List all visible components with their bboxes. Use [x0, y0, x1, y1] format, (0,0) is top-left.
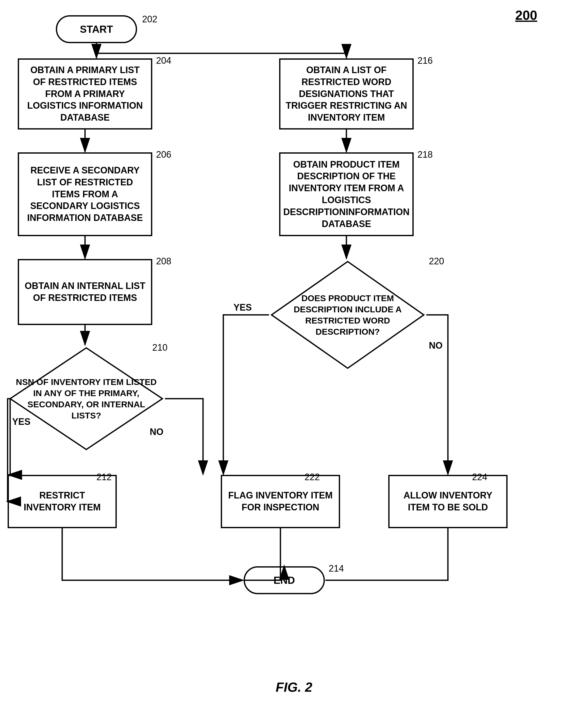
box-212-label: RESTRICT INVENTORY ITEM — [14, 490, 111, 514]
ref-208: 208 — [156, 256, 171, 267]
diagram-container: 200 START 202 OBTAIN A PRIMARY LIST OF R… — [0, 0, 588, 710]
end-node: END — [244, 566, 325, 594]
box-216-label: OBTAIN A LIST OF RESTRICTED WORD DESIGNA… — [286, 64, 407, 124]
end-label: END — [274, 575, 295, 586]
ref-216: 216 — [417, 55, 433, 66]
ref-206: 206 — [156, 149, 171, 160]
yes-label-220: YES — [234, 302, 252, 313]
box-224: ALLOW INVENTORY ITEM TO BE SOLD — [388, 475, 508, 528]
ref-212: 212 — [96, 472, 112, 482]
box-208: OBTAIN AN INTERNAL LIST OF RESTRICTED IT… — [18, 259, 152, 325]
box-222-label: FLAG INVENTORY ITEM FOR INSPECTION — [227, 490, 334, 514]
diamond-220-label: DOES PRODUCT ITEM DESCRIPTION INCLUDE A … — [269, 290, 426, 340]
box-204-label: OBTAIN A PRIMARY LIST OF RESTRICTED ITEM… — [24, 64, 146, 124]
box-206-label: RECEIVE A SECONDARY LIST OF RESTRICTED I… — [24, 165, 146, 224]
ref-214: 214 — [329, 563, 344, 574]
box-212: RESTRICT INVENTORY ITEM — [8, 475, 117, 528]
ref-220: 220 — [429, 256, 444, 267]
start-node: START — [56, 15, 137, 43]
ref-210: 210 — [152, 342, 168, 353]
diagram-title: 200 — [515, 8, 537, 23]
box-206: RECEIVE A SECONDARY LIST OF RESTRICTED I… — [18, 152, 152, 236]
box-204: OBTAIN A PRIMARY LIST OF RESTRICTED ITEM… — [18, 58, 152, 129]
box-222: FLAG INVENTORY ITEM FOR INSPECTION — [221, 475, 340, 528]
box-224-label: ALLOW INVENTORY ITEM TO BE SOLD — [395, 490, 501, 514]
fig-label: FIG. 2 — [276, 680, 312, 695]
box-218: OBTAIN PRODUCT ITEM DESCRIPTION OF THE I… — [279, 152, 414, 236]
no-label-210: NO — [150, 427, 164, 437]
box-218-label: OBTAIN PRODUCT ITEM DESCRIPTION OF THE I… — [283, 159, 409, 230]
box-216: OBTAIN A LIST OF RESTRICTED WORD DESIGNA… — [279, 58, 414, 129]
ref-202: 202 — [142, 14, 157, 25]
diamond-210: NSN OF INVENTORY ITEM LISTED IN ANY OF T… — [8, 345, 165, 452]
ref-204: 204 — [156, 55, 171, 66]
diamond-220: DOES PRODUCT ITEM DESCRIPTION INCLUDE A … — [269, 259, 426, 371]
start-label: START — [80, 24, 113, 35]
ref-224: 224 — [472, 472, 487, 482]
diamond-210-label: NSN OF INVENTORY ITEM LISTED IN ANY OF T… — [8, 374, 165, 424]
no-label-220: NO — [429, 340, 443, 351]
ref-218: 218 — [417, 149, 433, 160]
ref-222: 222 — [304, 472, 320, 482]
box-208-label: OBTAIN AN INTERNAL LIST OF RESTRICTED IT… — [24, 280, 146, 304]
